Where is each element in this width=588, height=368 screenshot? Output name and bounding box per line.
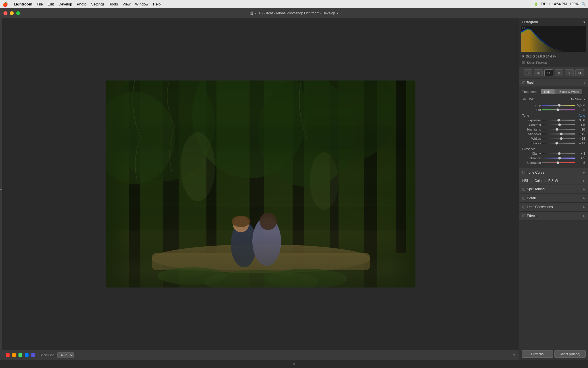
- hsl-label[interactable]: HSL: [522, 179, 529, 183]
- menu-develop[interactable]: Develop: [59, 2, 72, 6]
- crop-tool[interactable]: ⊞: [524, 69, 532, 76]
- color-treatment-btn[interactable]: Color: [541, 89, 555, 94]
- apple-menu[interactable]: 🍎: [2, 1, 8, 7]
- app-name[interactable]: Lightroom: [14, 2, 32, 6]
- filmstrip-toggle-bottom[interactable]: ▼: [292, 362, 296, 366]
- exposure-label: Exposure: [522, 118, 541, 122]
- search-icon[interactable]: 🔍: [581, 2, 586, 6]
- whites-slider[interactable]: [542, 138, 575, 139]
- title-icon: 🖼: [249, 11, 253, 15]
- title-dropdown-icon[interactable]: ▾: [337, 11, 339, 15]
- vibrance-slider[interactable]: [542, 158, 575, 159]
- svg-rect-15: [152, 253, 370, 270]
- color-label-red[interactable]: [6, 353, 10, 357]
- histogram-menu-icon[interactable]: ▾: [583, 20, 585, 24]
- clarity-label: Clarity: [522, 152, 541, 155]
- wb-dropdown[interactable]: ▾: [583, 97, 585, 101]
- shadows-slider[interactable]: [542, 133, 575, 135]
- lens-corrections-section[interactable]: Lens Corrections ▶: [519, 202, 588, 211]
- highlights-thumb[interactable]: [556, 128, 558, 131]
- color-label-orange[interactable]: [12, 353, 16, 357]
- basic-section-toggle[interactable]: ▾: [584, 81, 585, 85]
- split-toning-section[interactable]: Split Toning ▶: [519, 185, 588, 193]
- smart-preview-row[interactable]: Smart Preview: [519, 60, 588, 67]
- grid-dropdown[interactable]: Auto: [57, 352, 74, 358]
- histogram-title: Histogram: [522, 20, 538, 24]
- detail-section[interactable]: Detail ▶: [519, 193, 588, 202]
- photo-image[interactable]: [106, 80, 415, 288]
- rgb-values: R 35.2 G 39.8 B 24.4 %: [519, 53, 588, 60]
- tint-slider[interactable]: [542, 109, 575, 110]
- minimize-button[interactable]: [10, 11, 14, 15]
- bw-treatment-btn[interactable]: Black & White: [556, 89, 582, 94]
- detail-title: Detail: [527, 196, 536, 200]
- temp-thumb[interactable]: [558, 104, 561, 107]
- contrast-thumb[interactable]: [558, 123, 561, 126]
- menu-edit[interactable]: Edit: [47, 2, 54, 6]
- hsl-row[interactable]: HSL / Color / B & W ▶: [519, 177, 588, 185]
- radial-filter-tool[interactable]: ○: [565, 69, 574, 76]
- zoom-level: 100%: [570, 2, 579, 6]
- split-toning-checkbox[interactable]: [522, 188, 525, 191]
- shadows-value: + 15: [577, 132, 585, 136]
- color-label-green[interactable]: [18, 353, 22, 357]
- clarity-slider[interactable]: [542, 153, 575, 154]
- highlights-slider[interactable]: [542, 129, 575, 130]
- close-button[interactable]: [3, 11, 7, 15]
- basic-enable-checkbox[interactable]: [522, 81, 525, 84]
- tone-curve-section[interactable]: Tone Curve ▶: [519, 168, 588, 177]
- tint-slider-row: Tint – 5: [522, 108, 585, 112]
- lens-checkbox[interactable]: [522, 206, 525, 208]
- wb-eyedropper[interactable]: ✏: [522, 97, 527, 102]
- temp-slider-row: Temp 5,500: [522, 103, 585, 107]
- blacks-thumb[interactable]: [555, 142, 558, 145]
- histogram-header: Histogram ▾: [519, 18, 588, 26]
- effects-checkbox[interactable]: [522, 214, 525, 217]
- color-label-blue[interactable]: [25, 353, 29, 357]
- treatment-label: Treatment :: [522, 90, 541, 93]
- tone-subsection: Tone Auto: [522, 114, 585, 117]
- filmstrip-toggle-icon[interactable]: ▼: [512, 353, 516, 357]
- saturation-thumb[interactable]: [556, 161, 559, 164]
- color-label[interactable]: Color: [535, 179, 543, 183]
- hist-overflow-left[interactable]: [522, 27, 525, 29]
- maximize-button[interactable]: [16, 11, 20, 15]
- window-title: 2015-2.lrcat - Adobe Photoshop Lightroom…: [255, 11, 335, 15]
- bottom-buttons: Previous Reset (Adobe): [519, 348, 588, 360]
- reset-button[interactable]: Reset (Adobe): [554, 350, 586, 358]
- basic-section-header[interactable]: Basic ▾: [519, 79, 588, 87]
- detail-checkbox[interactable]: [522, 197, 525, 200]
- shadows-thumb[interactable]: [560, 133, 563, 135]
- auto-button[interactable]: Auto: [579, 114, 585, 117]
- blacks-slider[interactable]: [542, 143, 575, 144]
- menu-photo[interactable]: Photo: [77, 2, 86, 6]
- previous-button[interactable]: Previous: [522, 350, 553, 358]
- tone-curve-checkbox[interactable]: [522, 171, 525, 174]
- adjustment-brush-tool[interactable]: ◑: [575, 69, 584, 76]
- clarity-thumb[interactable]: [558, 152, 561, 155]
- menu-settings[interactable]: Settings: [91, 2, 105, 6]
- saturation-slider[interactable]: [542, 162, 575, 163]
- tint-thumb[interactable]: [556, 108, 559, 111]
- menu-tools[interactable]: Tools: [109, 2, 118, 6]
- vibrance-thumb[interactable]: [558, 157, 561, 160]
- spot-removal-tool[interactable]: ◎: [534, 69, 543, 76]
- exposure-thumb[interactable]: [557, 119, 560, 122]
- photo-container[interactable]: [2, 18, 519, 350]
- temp-slider[interactable]: [542, 105, 575, 106]
- menu-help[interactable]: Help: [153, 2, 161, 6]
- clarity-slider-row: Clarity + 3: [522, 152, 585, 155]
- red-eye-tool[interactable]: ⊙: [544, 69, 553, 76]
- graduated-filter-tool[interactable]: ▭: [555, 69, 563, 76]
- menu-window[interactable]: Window: [135, 2, 148, 6]
- effects-section[interactable]: Effects ▶: [519, 211, 588, 220]
- bw-label[interactable]: B & W: [548, 179, 558, 183]
- hist-overflow-right[interactable]: [583, 27, 585, 29]
- exposure-slider[interactable]: [542, 120, 575, 121]
- histogram-section: Histogram ▾ R 35.2 G 39.8 B 24.4 % Smart…: [519, 18, 588, 67]
- whites-thumb[interactable]: [560, 137, 563, 140]
- menu-file[interactable]: File: [37, 2, 43, 6]
- menu-view[interactable]: View: [123, 2, 131, 6]
- color-label-purple[interactable]: [31, 353, 35, 357]
- contrast-slider[interactable]: [542, 124, 575, 125]
